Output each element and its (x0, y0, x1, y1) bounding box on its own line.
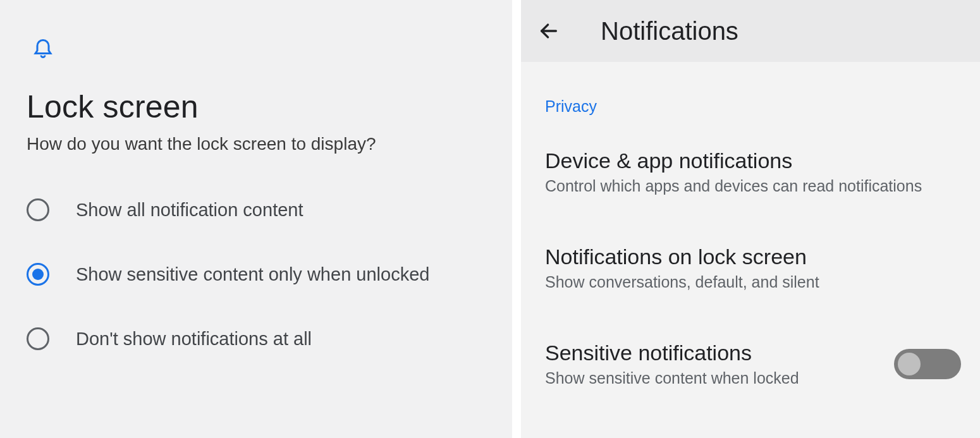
radio-label: Show sensitive content only when unlocke… (76, 264, 429, 285)
setting-title: Notifications on lock screen (545, 245, 961, 269)
radio-icon (27, 327, 49, 350)
radio-label: Don't show notifications at all (76, 329, 312, 350)
setting-text: Notifications on lock screen Show conver… (545, 245, 961, 291)
setting-sensitive-notifications[interactable]: Sensitive notifications Show sensitive c… (545, 341, 961, 387)
option-dont-show[interactable]: Don't show notifications at all (27, 327, 486, 350)
radio-icon (27, 198, 49, 221)
setting-title: Device & app notifications (545, 149, 961, 173)
lock-screen-dialog: Lock screen How do you want the lock scr… (0, 0, 512, 438)
appbar: Notifications (521, 0, 980, 62)
radio-icon (27, 263, 49, 286)
setting-notifications-lock-screen[interactable]: Notifications on lock screen Show conver… (545, 245, 961, 291)
lock-screen-title: Lock screen (27, 88, 486, 125)
back-button[interactable] (534, 16, 564, 46)
appbar-title: Notifications (601, 17, 738, 46)
lock-screen-options: Show all notification content Show sensi… (27, 198, 486, 350)
bell-icon (32, 35, 486, 61)
option-sensitive-unlocked[interactable]: Show sensitive content only when unlocke… (27, 263, 486, 286)
setting-device-app-notifications[interactable]: Device & app notifications Control which… (545, 149, 961, 195)
toggle-knob (898, 353, 921, 375)
setting-subtitle: Control which apps and devices can read … (545, 177, 961, 195)
setting-text: Device & app notifications Control which… (545, 149, 961, 195)
setting-subtitle: Show sensitive content when locked (545, 369, 894, 387)
lock-screen-subtitle: How do you want the lock screen to displ… (27, 134, 486, 154)
setting-subtitle: Show conversations, default, and silent (545, 273, 961, 291)
section-header-privacy: Privacy (545, 97, 961, 116)
settings-body: Privacy Device & app notifications Contr… (521, 62, 980, 437)
radio-label: Show all notification content (76, 200, 303, 221)
sensitive-notifications-toggle[interactable] (894, 349, 961, 379)
notifications-settings-screen: Notifications Privacy Device & app notif… (521, 0, 980, 438)
setting-text: Sensitive notifications Show sensitive c… (545, 341, 894, 387)
option-show-all[interactable]: Show all notification content (27, 198, 486, 221)
setting-title: Sensitive notifications (545, 341, 894, 365)
